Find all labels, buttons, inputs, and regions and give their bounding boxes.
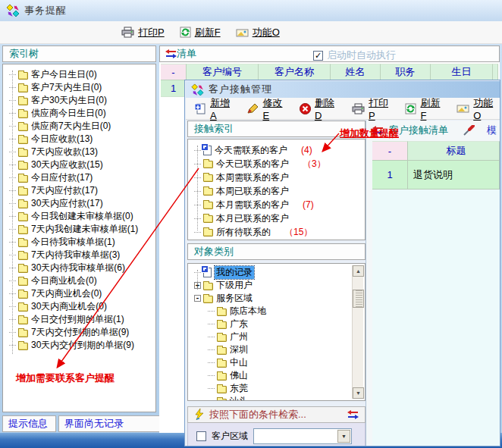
object-tree-item[interactable]: 陈店本地 <box>188 305 365 318</box>
index-tree-item[interactable]: 今日商业机会(0) <box>3 274 155 287</box>
list-grid-header: - 客户编号 客户名称 姓名 职务 生日 <box>161 64 498 80</box>
search-condition-label: 按照下面的条件检索... <box>209 408 306 421</box>
index-tree-item[interactable]: 客户今日生日(0) <box>3 68 155 81</box>
index-tree-item[interactable]: 7天内我创建未审核单据(1) <box>3 223 155 236</box>
tree-connector <box>208 388 215 389</box>
edit-button[interactable]: 修改E <box>246 96 287 121</box>
folder-icon <box>203 174 213 182</box>
index-tree-item[interactable]: 今日交付到期的单据(1) <box>3 313 155 326</box>
object-tree-item[interactable]: 汕头 <box>188 395 365 401</box>
index-tree-item-label: 客户今日生日(0) <box>31 68 97 81</box>
folder-icon <box>18 343 28 350</box>
tree-connector <box>208 337 215 337</box>
folder-icon <box>217 347 227 355</box>
object-category-tree: 我的记录 下级用户 服务区域 陈店本地 广东 <box>187 263 366 401</box>
list-panel-header: 清单 启动时自动执行 <box>159 45 500 62</box>
autorun-checkbox[interactable] <box>313 51 323 61</box>
contact-tree-item[interactable]: 本周已联系的客户 <box>188 184 365 198</box>
printer-icon <box>121 27 134 38</box>
contact-tree-item-label: 本周需联系的客户 <box>216 171 289 184</box>
contact-index-header-label: 接触索引 <box>194 122 234 136</box>
object-tree-item-label: 佛山 <box>230 369 248 382</box>
folder-icon <box>217 334 227 342</box>
tree-connector <box>208 324 215 324</box>
index-tree-item[interactable]: 今日应收款(13) <box>3 133 155 146</box>
object-tree-item-selected[interactable]: 我的记录 <box>188 266 365 279</box>
folder-icon <box>217 399 227 402</box>
contact-tree-item[interactable]: 今天已联系的客户 （3） <box>188 157 365 171</box>
list-grid-row[interactable]: 1 <box>161 80 187 97</box>
index-tree-item[interactable]: 7天内应收款(13) <box>3 146 155 158</box>
scroll-down-arrow[interactable]: ▼ <box>353 387 364 399</box>
delete-button[interactable]: 删除D <box>300 96 340 121</box>
object-tree-item[interactable]: 佛山 <box>188 369 365 382</box>
index-tree-item[interactable]: 30天内待我审核单据(6) <box>3 262 155 274</box>
folder-icon <box>217 386 227 393</box>
object-tree-item[interactable]: 服务区域 <box>188 292 365 305</box>
index-tree-item[interactable]: 30天内应付款(17) <box>3 197 155 210</box>
customer-area-combobox[interactable]: ▼ <box>253 428 352 444</box>
object-tree-item-label: 服务区域 <box>216 292 253 305</box>
index-tree-item[interactable]: 客户7天内生日(0) <box>3 81 155 94</box>
contact-grid-row[interactable]: 1 退货说明 <box>372 161 500 190</box>
index-tree-item[interactable]: 7天内商业机会(0) <box>3 287 155 300</box>
refresh-button[interactable]: 刷新F <box>180 26 221 39</box>
object-tree-item[interactable]: 广东 <box>188 318 365 331</box>
folder-icon <box>203 161 213 168</box>
contact-tree-item[interactable]: 今天需联系的客户 (4) <box>188 143 365 157</box>
tree-connector <box>208 349 215 350</box>
object-tree-item-label: 广东 <box>230 318 248 331</box>
object-tree-item[interactable]: 深圳 <box>188 343 365 356</box>
object-tree-item[interactable]: 下级用户 <box>188 279 365 292</box>
dialog-print-button[interactable]: 打印P <box>352 96 394 121</box>
tree-connector <box>208 362 215 363</box>
column-header-birthday: 生日 <box>431 64 493 80</box>
scroll-up-arrow[interactable]: ▲ <box>353 265 364 277</box>
folder-icon <box>18 124 28 131</box>
contact-tree-item[interactable]: 所有待联系的 （15） <box>188 225 365 239</box>
index-tree-item[interactable]: 30天内应收款(15) <box>3 158 155 171</box>
folder-icon <box>18 227 28 234</box>
index-tree-item[interactable]: 30天内交付到期的单据(9) <box>3 339 155 352</box>
function-button[interactable]: 功能O <box>236 26 280 39</box>
contact-tree-item[interactable]: 本周需联系的客户 <box>188 171 365 184</box>
contact-list-empty-area <box>372 190 500 446</box>
add-button[interactable]: 新增A <box>194 96 235 121</box>
object-tree-item[interactable]: 广州 <box>188 331 365 343</box>
index-tree-item[interactable]: 30天内商业机会(0) <box>3 300 155 313</box>
index-tree-item[interactable]: 今日待我审核单据(1) <box>3 236 155 249</box>
contact-tree-item[interactable]: 本月需联系的客户 (7) <box>188 198 365 211</box>
object-tree-scrollbar[interactable]: ▲ ▼ <box>352 265 363 399</box>
autorun-option[interactable]: 启动时自动执行 <box>313 49 396 62</box>
dialog-refresh-button[interactable]: 刷新F <box>405 96 445 121</box>
customer-contact-dialog: 客户接触管理 新增A 修改E 删除D <box>184 80 500 446</box>
collapse-minus-icon[interactable] <box>194 295 201 302</box>
index-tree-item[interactable]: 供应商今日生日(0) <box>3 107 155 120</box>
dialog-function-button[interactable]: 功能O <box>457 96 500 121</box>
fuzzy-search-label[interactable]: 模 糊 <box>487 124 500 137</box>
scroll-thumb[interactable] <box>353 290 364 308</box>
object-tree-item[interactable]: 东莞 <box>188 382 365 395</box>
index-tree-item[interactable]: 7天内待我审核单据(3) <box>3 249 155 262</box>
swap-arrows-icon <box>165 49 177 58</box>
index-tree-item-label: 今日应付款(17) <box>31 171 93 184</box>
app-icon <box>6 4 20 17</box>
contact-list-title: 客户接触清单 <box>389 124 448 137</box>
object-tree-item[interactable]: 中山 <box>188 356 365 369</box>
index-tree-item[interactable]: 客户30天内生日(0) <box>3 94 155 107</box>
index-tree-item[interactable]: 供应商7天内生日(0) <box>3 120 155 133</box>
index-tree-item[interactable]: 今日应付款(17) <box>3 171 155 184</box>
contact-index-tree: 今天需联系的客户 (4) 今天已联系的客户 （3） 本周需联系的客户 本周已联系… <box>187 139 366 240</box>
folder-icon <box>203 215 213 223</box>
customer-area-checkbox[interactable] <box>196 431 206 441</box>
index-tree-item-label: 7天内我创建未审核单据(1) <box>31 223 138 236</box>
index-tree-item[interactable]: 7天内应付款(17) <box>3 184 155 197</box>
folder-icon <box>203 229 213 237</box>
print-button[interactable]: 打印P <box>121 26 165 39</box>
contact-tree-item[interactable]: 本月已联系的客户 <box>188 211 365 225</box>
delete-label: 删除D <box>315 96 340 121</box>
column-header-dash: - <box>372 141 408 161</box>
combobox-dropdown-arrow[interactable]: ▼ <box>337 430 350 443</box>
index-tree-item[interactable]: 今日我创建未审核单据(0) <box>3 210 155 223</box>
index-tree-item[interactable]: 7天内交付到期的单据(9) <box>3 326 155 339</box>
